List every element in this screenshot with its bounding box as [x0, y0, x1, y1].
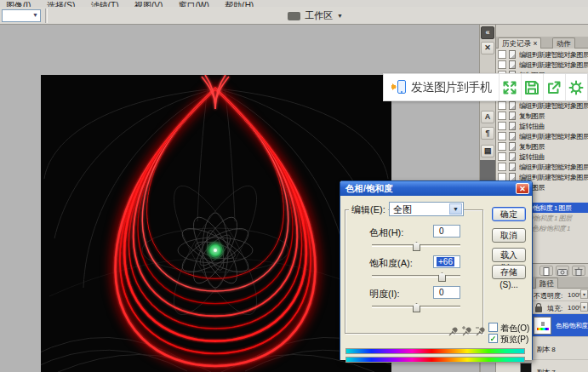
panel-icon-paragraph[interactable]: ¶ [481, 127, 494, 140]
fill-label: 填充: [547, 304, 562, 313]
load-button[interactable]: 载入(L)... [492, 248, 526, 262]
tab-history[interactable]: 历史记录 × [498, 37, 541, 49]
history-state-icon [509, 101, 516, 110]
lightness-input[interactable]: 0 [433, 286, 460, 299]
lightness-label: 明度(I): [369, 288, 399, 300]
saturation-input[interactable]: +66 [433, 255, 460, 268]
send-to-phone-button[interactable]: 发送图片到手机 [384, 74, 499, 100]
history-entry[interactable]: 旋转扭曲 [496, 121, 588, 131]
dialog-title-bar[interactable]: 色相/饱和度 ✕ [340, 181, 532, 196]
send-to-phone-icon [391, 79, 406, 95]
history-entry[interactable]: 编组到新建智能对象图层中 [496, 100, 588, 111]
paragraph-panel-icon: ¶ [485, 129, 489, 137]
saturation-label: 饱和度(A): [369, 257, 413, 270]
eyedropper-icon[interactable] [448, 325, 459, 337]
photoshop-window: 图像(I) 选择(S) 滤镜(T) 视图(V) 窗口(W) 帮助(H) ▼ 工作… [0, 0, 588, 372]
history-entry[interactable]: 旋转扭曲 [496, 152, 588, 162]
share-button[interactable] [543, 74, 565, 100]
colorize-checkbox[interactable] [488, 323, 498, 332]
lock-icon[interactable] [535, 306, 542, 312]
menu-window[interactable]: 窗口(W) [179, 0, 209, 7]
send-to-phone-label: 发送图片到手机 [411, 80, 492, 95]
edit-label: 编辑(E): [349, 203, 388, 216]
delete-state-button[interactable] [572, 266, 585, 276]
tab-actions[interactable]: 动作 [552, 37, 575, 49]
viewer-overlay-toolbar: 发送图片到手机 [383, 73, 588, 101]
hue-spectrum-bar-bottom[interactable] [345, 357, 525, 363]
saturation-slider[interactable] [372, 275, 460, 278]
opacity-spinner[interactable]: ▾ [580, 289, 588, 299]
edit-channel-combo[interactable]: 全图 ▼ [389, 202, 464, 216]
history-state-icon [509, 132, 516, 140]
eyedropper-minus-icon[interactable] [475, 325, 486, 337]
panel-icon-slice[interactable]: ✕ [481, 42, 494, 54]
hue-label: 色相(H): [369, 226, 403, 239]
history-entry[interactable]: 编组到新建智能对象图层中 [496, 131, 588, 141]
colorize-label: 着色(O) [500, 323, 529, 335]
options-bar: ▼ 工作区 ▼ [0, 7, 588, 25]
collapse-dock-button[interactable]: « [481, 26, 494, 39]
hue-saturation-dialog[interactable]: 色相/饱和度 ✕ 编辑(E): 全图 ▼ 色相(H): 0 饱和度(A): +6… [340, 180, 533, 360]
preview-label: 预览(P) [500, 334, 528, 346]
workspace-label: 工作区 [305, 9, 333, 22]
history-entry[interactable]: 编组到新建智能对象图层中 [496, 60, 588, 70]
new-document-from-state-button[interactable] [539, 266, 553, 276]
chevron-down-icon: ▼ [32, 12, 38, 18]
workspace-icon [288, 12, 300, 20]
history-state-icon [509, 122, 516, 130]
expand-arrows-icon [500, 78, 519, 97]
history-source-well[interactable] [498, 50, 506, 59]
workspace-button[interactable]: 工作区 ▼ [283, 9, 347, 23]
history-state-icon [509, 142, 516, 151]
share-icon [545, 78, 563, 97]
character-panel-icon: A [485, 113, 491, 121]
dialog-title: 色相/饱和度 [345, 183, 392, 193]
lightness-slider[interactable] [372, 306, 460, 308]
menu-bar: 图像(I) 选择(S) 滤镜(T) 视图(V) 窗口(W) 帮助(H) [0, 0, 588, 7]
preview-checkbox[interactable]: ✓ [488, 334, 498, 343]
fullscreen-button[interactable] [499, 74, 521, 100]
eyedropper-plus-icon[interactable] [461, 325, 472, 337]
menu-select[interactable]: 选择(S) [47, 0, 75, 7]
options-separator [45, 9, 48, 23]
menu-help[interactable]: 帮助(H) [225, 0, 254, 7]
collapse-icon: « [485, 29, 489, 37]
history-state-icon [509, 60, 516, 69]
adjustment-layer-thumbnail[interactable] [534, 317, 551, 335]
panel-icon-notes[interactable]: ▤ [481, 145, 494, 157]
opacity-label: 不透明度: [534, 291, 562, 300]
close-tab-icon[interactable]: × [533, 39, 537, 48]
hue-slider[interactable] [372, 244, 460, 247]
history-state-icon [509, 112, 516, 120]
history-state-icon [509, 50, 516, 59]
history-entry[interactable]: 复制图层 [496, 141, 588, 152]
settings-button[interactable] [565, 74, 587, 100]
chevron-down-icon: ▼ [449, 203, 462, 215]
trash-icon [574, 267, 584, 276]
hue-input[interactable]: 0 [433, 225, 460, 238]
cancel-button[interactable]: 取消 [492, 228, 526, 243]
close-icon[interactable]: ✕ [516, 183, 529, 194]
history-entry[interactable]: 复制图层 [496, 111, 588, 121]
layer-thumbnail[interactable] [520, 363, 532, 372]
menu-image[interactable]: 图像(I) [6, 0, 31, 7]
green-core-dot [214, 249, 217, 252]
save-icon [522, 78, 541, 97]
history-entry[interactable]: 编组到新建智能对象图层中 [496, 162, 588, 172]
hue-spectrum-bar-top [345, 348, 525, 354]
ok-button[interactable]: 确定 [492, 207, 526, 221]
menu-filter[interactable]: 滤镜(T) [91, 0, 119, 7]
slice-icon: ✕ [484, 44, 491, 52]
history-entry[interactable]: 编组到新建智能对象图层中 [496, 49, 588, 60]
document-icon [541, 267, 551, 276]
gear-icon [567, 78, 585, 97]
panel-icon-character[interactable]: A [481, 111, 494, 123]
fill-spinner[interactable]: ▾ [580, 302, 588, 312]
tab-paths[interactable]: 路径 [535, 278, 558, 289]
save-button[interactable] [521, 74, 543, 100]
tool-preset-combo[interactable]: ▼ [2, 9, 41, 22]
menu-view[interactable]: 视图(V) [134, 0, 163, 7]
history-state-icon [509, 152, 516, 161]
save-button[interactable]: 存储(S)... [492, 265, 526, 279]
new-snapshot-button[interactable] [556, 266, 569, 276]
